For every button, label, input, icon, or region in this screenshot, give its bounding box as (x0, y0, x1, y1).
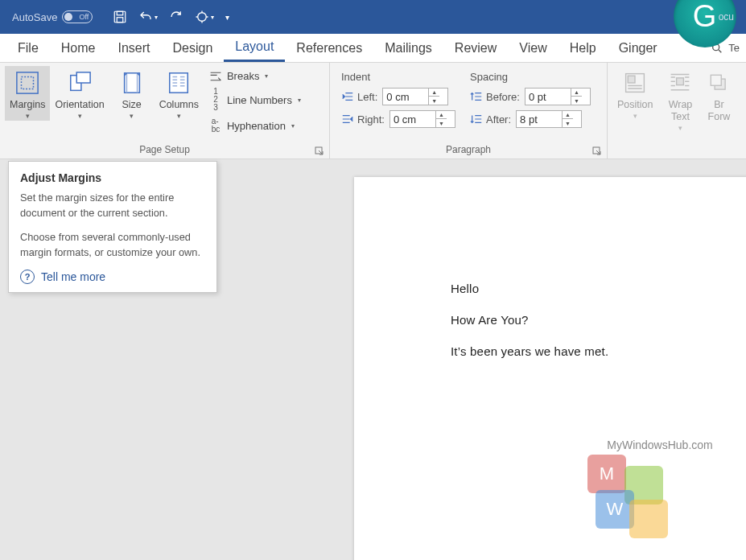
document-title-fragment: ocu (719, 11, 734, 23)
group-page-setup: Margins ▾ Orientation ▾ Size ▾ Columns ▾ (0, 63, 330, 159)
autosave-toggle[interactable]: Off (62, 10, 93, 23)
hyphenation-button[interactable]: a-bc Hyphenation▾ (207, 117, 303, 134)
margins-tooltip: Adjust Margins Set the margin sizes for … (8, 161, 217, 293)
undo-icon (138, 10, 153, 24)
svg-rect-8 (76, 72, 90, 83)
tab-file[interactable]: File (6, 34, 50, 62)
position-button: Position ▾ (612, 66, 657, 121)
tab-references[interactable]: References (285, 34, 373, 62)
undo-button[interactable]: ▾ (138, 10, 158, 24)
save-icon (113, 10, 127, 24)
redo-icon (169, 10, 183, 24)
grammarly-letter: G (693, 0, 717, 34)
spinner-up[interactable]: ▲ (563, 111, 573, 119)
touch-mode-icon (195, 10, 209, 24)
touch-mode-button[interactable]: ▾ (195, 10, 214, 24)
quick-access-toolbar: ▾ ▾ ▾ (113, 10, 229, 24)
document-line[interactable]: It’s been years we have met. (451, 344, 746, 358)
breaks-icon (209, 71, 222, 82)
spacing-label: Spacing (470, 71, 594, 83)
indent-right-input[interactable]: ▲▼ (389, 110, 455, 128)
spinner-down[interactable]: ▼ (429, 97, 439, 105)
autosave-label: AutoSave (12, 11, 57, 23)
autosave-toggle-knob (64, 13, 72, 21)
tab-ginger[interactable]: Ginger (608, 34, 669, 62)
svg-rect-14 (628, 76, 635, 83)
svg-rect-15 (677, 78, 684, 85)
spinner-up[interactable]: ▲ (429, 89, 439, 97)
indent-label: Indent (341, 71, 457, 83)
tooltip-paragraph-1: Set the margin sizes for the entire docu… (20, 191, 205, 220)
svg-rect-1 (117, 11, 124, 15)
group-paragraph: Indent Left: ▲▼ Right: ▲▼ Sp (330, 63, 608, 159)
group-label-paragraph: Paragraph (335, 142, 602, 159)
columns-icon (167, 71, 190, 95)
document-line[interactable]: Hello (451, 282, 746, 295)
tab-layout[interactable]: Layout (224, 34, 285, 62)
autosave-state: Off (80, 13, 89, 21)
svg-rect-2 (117, 18, 124, 23)
size-icon (122, 71, 142, 95)
tab-insert[interactable]: Insert (106, 34, 161, 62)
size-button[interactable]: Size ▾ (109, 66, 155, 121)
ribbon: Margins ▾ Orientation ▾ Size ▾ Columns ▾ (0, 63, 746, 159)
line-numbers-button[interactable]: 123 Line Numbers▾ (207, 87, 303, 113)
indent-left-value[interactable] (383, 91, 428, 103)
tell-me-more-link[interactable]: ? Tell me more (20, 270, 205, 284)
bring-forward-icon (708, 72, 729, 94)
position-icon (624, 72, 646, 94)
breaks-button[interactable]: Breaks▾ (207, 69, 303, 83)
tab-design[interactable]: Design (161, 34, 224, 62)
tooltip-title: Adjust Margins (20, 171, 205, 184)
tell-me-more-label: Tell me more (41, 270, 105, 283)
group-label-page-setup: Page Setup (5, 142, 324, 159)
grammarly-badge[interactable]: G (674, 0, 736, 47)
margins-button[interactable]: Margins ▾ (5, 66, 50, 121)
spacing-before-value[interactable] (525, 91, 571, 103)
spacing-after-input[interactable]: ▲▼ (516, 110, 582, 128)
spacing-before-input[interactable]: ▲▼ (525, 88, 591, 105)
tab-help[interactable]: Help (558, 34, 608, 62)
indent-left-input[interactable]: ▲▼ (382, 88, 448, 105)
svg-rect-10 (170, 73, 188, 93)
svg-rect-6 (22, 77, 34, 89)
svg-rect-17 (711, 75, 722, 85)
spacing-before-icon (470, 91, 483, 102)
save-button[interactable] (113, 10, 127, 24)
title-bar: AutoSave Off ▾ ▾ ▾ G ocu (0, 0, 746, 34)
spacing-after-value[interactable] (517, 113, 562, 126)
qat-customize-button[interactable]: ▾ (225, 13, 229, 22)
svg-point-3 (198, 13, 207, 22)
margins-icon (15, 71, 39, 95)
orientation-button[interactable]: Orientation ▾ (50, 66, 109, 121)
spinner-up[interactable]: ▲ (436, 111, 447, 119)
bring-forward-button: BrForw (703, 66, 735, 123)
document-page[interactable]: Hello How Are You? It’s been years we ha… (354, 177, 746, 560)
indent-left-icon (341, 91, 354, 102)
wrap-text-icon (669, 72, 691, 94)
paragraph-launcher[interactable] (592, 146, 602, 156)
spinner-down[interactable]: ▼ (563, 119, 573, 127)
tab-home[interactable]: Home (50, 34, 107, 62)
spinner-down[interactable]: ▼ (571, 97, 582, 105)
svg-rect-5 (17, 72, 38, 93)
tab-review[interactable]: Review (443, 34, 508, 62)
wrap-text-button: WrapText ▾ (657, 66, 703, 133)
tooltip-paragraph-2: Choose from several commonly-used margin… (20, 230, 205, 260)
ribbon-tabs: File Home Insert Design Layout Reference… (0, 34, 746, 63)
indent-right-value[interactable] (390, 113, 435, 126)
document-area[interactable]: Hello How Are You? It’s been years we ha… (354, 177, 746, 560)
svg-rect-0 (115, 11, 126, 23)
spinner-down[interactable]: ▼ (436, 119, 447, 127)
tab-mailings[interactable]: Mailings (373, 34, 443, 62)
page-setup-launcher[interactable] (315, 146, 324, 156)
document-line[interactable]: How Are You? (451, 313, 746, 327)
columns-button[interactable]: Columns ▾ (155, 66, 204, 121)
spinner-up[interactable]: ▲ (571, 89, 582, 97)
autosave-control[interactable]: AutoSave Off (12, 10, 93, 23)
indent-right-icon (341, 113, 354, 125)
redo-button[interactable] (169, 10, 183, 24)
tab-view[interactable]: View (508, 34, 558, 62)
spacing-after-icon (470, 113, 483, 125)
group-arrange: Position ▾ WrapText ▾ BrForw (608, 63, 740, 159)
